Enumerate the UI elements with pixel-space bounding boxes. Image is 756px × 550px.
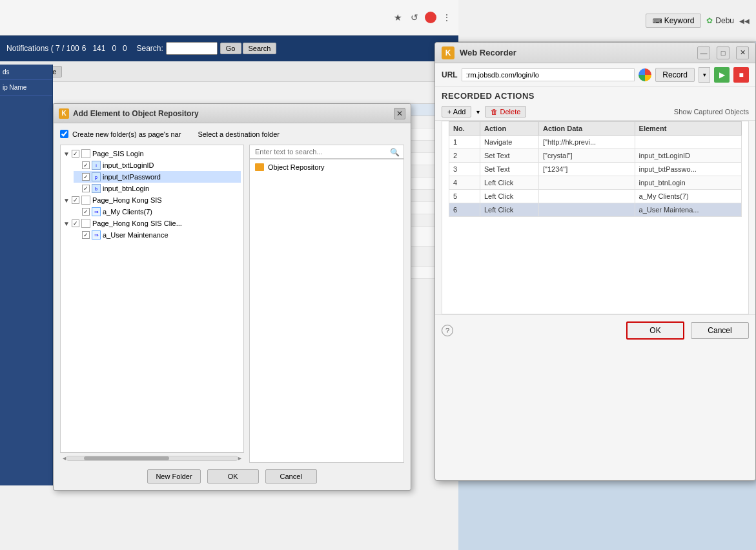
action-cell: 4 bbox=[449, 176, 480, 190]
tree-expand-root[interactable]: ▼ bbox=[63, 150, 70, 157]
tree-item-login-btn[interactable]: ✓ b input_btnLogin bbox=[74, 183, 241, 194]
tree-input-icon-loginid: i bbox=[92, 161, 101, 170]
new-folder-button[interactable]: New Folder bbox=[147, 469, 200, 484]
tree-expand-password bbox=[74, 174, 80, 180]
action-cell bbox=[538, 190, 635, 203]
search-container: 🔍 bbox=[250, 145, 404, 159]
action-row[interactable]: 6Left Clicka_User Maintena... bbox=[449, 203, 742, 217]
tree-checkbox-usermaint[interactable]: ✓ bbox=[82, 231, 90, 239]
sidebar-item-2[interactable]: ip Name bbox=[0, 80, 52, 96]
dialog-title-icon: K bbox=[59, 108, 69, 119]
action-cell bbox=[538, 203, 635, 217]
go-button[interactable]: Go bbox=[220, 43, 241, 54]
refresh-icon[interactable]: ↺ bbox=[408, 11, 421, 24]
action-row[interactable]: 1Navigate["http://hk.previ... bbox=[449, 136, 742, 149]
tree-item-password[interactable]: ✓ p input_txtPassword bbox=[74, 171, 241, 183]
wr-record-dropdown[interactable]: ▾ bbox=[699, 67, 710, 83]
wr-ok-button[interactable]: OK bbox=[626, 321, 684, 340]
tree-checkbox-loginbtn[interactable]: ✓ bbox=[82, 185, 90, 192]
action-cell: input_btnLogin bbox=[635, 176, 741, 190]
top-right-area: ⌨ Keyword ✿ Debu ◀◀ bbox=[458, 0, 756, 42]
wr-url-label: URL bbox=[442, 70, 458, 79]
tree-hksisclie-children: ✓ ⇒ a_User Maintenance bbox=[63, 229, 241, 241]
tree-checkbox-hksisclie[interactable]: ✓ bbox=[72, 219, 79, 227]
tree-checkbox-password[interactable]: ✓ bbox=[82, 173, 90, 181]
sidebar-item-2-label: ip Name bbox=[3, 84, 26, 91]
wr-stop-button[interactable]: ■ bbox=[733, 67, 749, 83]
wr-show-captured-button[interactable]: Show Captured Objects bbox=[674, 108, 749, 116]
dest-panel: 🔍 Object Repository bbox=[249, 145, 404, 463]
add-element-dialog-body: Create new folder(s) as page's nar Selec… bbox=[54, 123, 411, 490]
action-cell: input_txtPasswo... bbox=[635, 163, 741, 176]
tree-label-usermaint: a_User Maintenance bbox=[103, 231, 169, 239]
search-button[interactable]: Search bbox=[243, 43, 277, 54]
create-folder-checkbox[interactable] bbox=[60, 130, 68, 138]
keyword-button[interactable]: ⌨ Keyword bbox=[646, 14, 702, 28]
wr-record-label: Record bbox=[662, 70, 688, 79]
action-cell: ["http://hk.previ... bbox=[538, 136, 635, 149]
wr-minimize-button[interactable]: — bbox=[697, 46, 710, 59]
tree-label-loginbtn: input_btnLogin bbox=[103, 185, 149, 192]
tree-expand-hksisclie[interactable]: ▼ bbox=[63, 220, 70, 227]
wr-play-button[interactable]: ▶ bbox=[714, 67, 730, 83]
tree-item-root[interactable]: ▼ ✓ Page_SIS Login bbox=[63, 148, 241, 159]
wr-add-label: + Add bbox=[447, 108, 465, 116]
scrollbar-thumb[interactable] bbox=[84, 456, 170, 460]
tree-item-my-clients[interactable]: ✓ ⇒ a_My Clients(7) bbox=[74, 206, 241, 218]
action-cell: 3 bbox=[449, 163, 480, 176]
tree-expand-loginid bbox=[74, 162, 80, 168]
tree-expand-usermaint bbox=[74, 232, 80, 238]
tree-item-hk-sis[interactable]: ▼ ✓ Page_Hong Kong SIS bbox=[63, 194, 241, 206]
menu-icon[interactable]: ⋮ bbox=[440, 11, 453, 24]
wr-add-dropdown[interactable]: ▾ bbox=[476, 108, 480, 116]
action-cell: a_My Clients(7) bbox=[635, 190, 741, 203]
tree-checkbox-loginid[interactable]: ✓ bbox=[82, 161, 90, 169]
tree-checkbox-hksis[interactable]: ✓ bbox=[72, 196, 79, 204]
dest-search-input[interactable] bbox=[250, 145, 404, 159]
add-element-dialog-footer: New Folder OK Cancel bbox=[60, 469, 404, 484]
chrome-icon bbox=[639, 68, 651, 81]
tree-scrollbar[interactable]: ◂ ▸ bbox=[60, 453, 244, 463]
wr-maximize-button[interactable]: □ bbox=[717, 46, 730, 59]
action-cell: Left Click bbox=[480, 176, 538, 190]
add-element-ok-button[interactable]: OK bbox=[207, 469, 259, 484]
scroll-right-btn[interactable]: ▸ bbox=[238, 454, 241, 462]
wr-add-button[interactable]: + Add bbox=[442, 106, 471, 117]
action-row[interactable]: 5Left Clicka_My Clients(7) bbox=[449, 190, 742, 203]
app-toolbar: Enable Re bbox=[0, 61, 458, 82]
add-element-cancel-button[interactable]: Cancel bbox=[265, 469, 317, 484]
add-element-close-button[interactable]: ✕ bbox=[394, 108, 405, 119]
scrollbar-track[interactable] bbox=[66, 456, 238, 461]
wr-delete-button[interactable]: 🗑 Delete bbox=[485, 106, 526, 117]
collapse-button[interactable]: ◀◀ bbox=[739, 17, 750, 25]
action-row[interactable]: 2Set Text["crystal"]input_txtLoginID bbox=[449, 149, 742, 163]
wr-cancel-button[interactable]: Cancel bbox=[691, 322, 749, 339]
action-row[interactable]: 4Left Clickinput_btnLogin bbox=[449, 176, 742, 190]
action-cell bbox=[538, 176, 635, 190]
action-row[interactable]: 3Set Text["1234"]input_txtPasswo... bbox=[449, 163, 742, 176]
search-input[interactable] bbox=[166, 42, 218, 55]
notification-counts: 6 141 0 0 bbox=[82, 44, 132, 53]
wr-actions-table: No. Action Action Data Element 1Navigate… bbox=[449, 121, 742, 217]
debug-label: ✿ Debu bbox=[706, 16, 734, 25]
tree-hksis-children: ✓ ⇒ a_My Clients(7) bbox=[63, 206, 241, 218]
tree-expand-myclients bbox=[74, 209, 80, 215]
tree-item-hk-sis-clie[interactable]: ▼ ✓ Page_Hong Kong SIS Clie... bbox=[63, 218, 241, 229]
tree-checkbox-root[interactable]: ✓ bbox=[72, 150, 79, 158]
tree-item-loginid[interactable]: ✓ i input_txtLoginID bbox=[74, 159, 241, 171]
tree-checkbox-myclients[interactable]: ✓ bbox=[82, 208, 90, 216]
search-label: Search: bbox=[136, 44, 163, 53]
wr-close-button[interactable]: ✕ bbox=[736, 46, 749, 59]
dest-folder-item[interactable]: Object Repository bbox=[250, 159, 404, 175]
wr-url-input[interactable] bbox=[462, 68, 635, 81]
option-row: Create new folder(s) as page's nar Selec… bbox=[60, 130, 404, 138]
tree-panel[interactable]: ▼ ✓ Page_SIS Login ✓ i input_txtLoginID bbox=[60, 145, 244, 453]
action-cell: ["1234"] bbox=[538, 163, 635, 176]
tree-item-user-maintenance[interactable]: ✓ ⇒ a_User Maintenance bbox=[74, 229, 241, 241]
help-icon[interactable]: ? bbox=[442, 325, 453, 336]
sidebar-item-1[interactable]: ds bbox=[0, 65, 52, 80]
star-icon[interactable]: ★ bbox=[391, 11, 404, 24]
tree-expand-hksis[interactable]: ▼ bbox=[63, 197, 70, 203]
wr-record-button[interactable]: Record bbox=[655, 68, 695, 82]
browser-toolbar: ★ ↺ ⋮ bbox=[0, 0, 458, 36]
